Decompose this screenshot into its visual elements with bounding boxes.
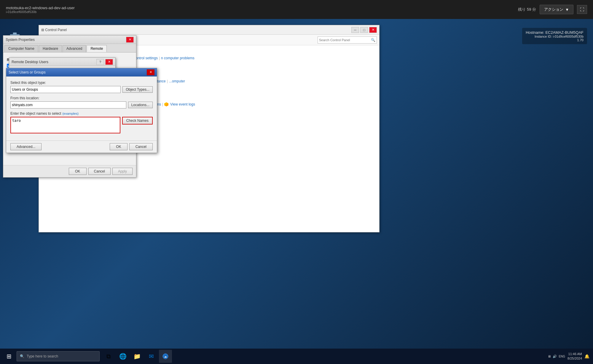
tab-remote[interactable]: Remote bbox=[87, 45, 107, 52]
taskbar: ⊞ 🔍 Type here to search ⧉ 🌐 📁 ✉ ☁ 🖥 🔊 EN… bbox=[0, 349, 593, 364]
top-bar: mototsuka-ec2-windows-ad-dev-ad-user i-0… bbox=[0, 0, 593, 19]
sud-footer: Advanced... OK Cancel bbox=[6, 141, 157, 153]
sp-title: System Properties bbox=[6, 38, 35, 42]
eventlog-shield-icon bbox=[164, 102, 168, 106]
instance-name: mototsuka-ec2-windows-ad-dev-ad-user bbox=[6, 6, 75, 10]
object-names-input-wrapper: taro bbox=[10, 117, 120, 133]
sud-cancel-button[interactable]: Cancel bbox=[129, 143, 153, 150]
clock-time: 11:46 AM bbox=[568, 352, 582, 356]
instance-id: i-01d9cef6005df530b bbox=[6, 10, 75, 14]
version-label: 1.70 bbox=[526, 38, 584, 42]
sp-apply-button[interactable]: Apply bbox=[112, 168, 133, 175]
minimize-button[interactable]: ─ bbox=[351, 27, 359, 33]
object-names-textarea[interactable]: taro bbox=[12, 118, 119, 131]
sp-tabs: Computer Name Hardware Advanced Remote bbox=[3, 44, 136, 52]
location-label: From this location: bbox=[10, 96, 153, 100]
desktop: Hostname: EC2AMAZ-BUM5QAF Instance ID: i… bbox=[0, 19, 593, 349]
svg-text:☁: ☁ bbox=[164, 355, 167, 358]
sud-titlebar: Select Users or Groups ✕ bbox=[6, 68, 157, 76]
taskbar-cloud-app[interactable]: ☁ bbox=[159, 350, 172, 363]
time-remaining: 残り 59 分 bbox=[518, 7, 536, 12]
location-row: Locations... bbox=[10, 101, 153, 108]
action-button[interactable]: アクション ▼ bbox=[540, 5, 573, 14]
location-input[interactable] bbox=[10, 101, 126, 108]
sp-titlebar: System Properties ✕ bbox=[3, 36, 136, 44]
sp-cancel-button[interactable]: Cancel bbox=[88, 168, 111, 175]
sud-title: Select Users or Groups bbox=[9, 70, 46, 74]
object-type-row: Object Types... bbox=[10, 86, 153, 93]
rdu-close-button[interactable]: ✕ bbox=[105, 59, 113, 65]
taskbar-mail[interactable]: ✉ bbox=[145, 350, 158, 363]
hostname-label: Hostname: EC2AMAZ-BUM5QAF bbox=[526, 30, 584, 35]
search-icon: 🔍 bbox=[20, 354, 24, 358]
search-bar[interactable]: 🔍 Type here to search bbox=[17, 351, 100, 361]
top-bar-left: mototsuka-ec2-windows-ad-dev-ad-user i-0… bbox=[6, 6, 75, 14]
sud-close-button[interactable]: ✕ bbox=[147, 69, 154, 75]
locations-button[interactable]: Locations... bbox=[128, 102, 153, 108]
sp-footer: OK Cancel Apply bbox=[3, 165, 136, 177]
taskbar-task-view[interactable]: ⧉ bbox=[102, 350, 115, 363]
object-types-button[interactable]: Object Types... bbox=[122, 86, 153, 93]
rdu-help-button[interactable]: ? bbox=[96, 59, 104, 65]
sys-tray-icons: 🖥 🔊 ENG bbox=[548, 355, 565, 358]
start-button[interactable]: ⊞ bbox=[1, 349, 17, 364]
fullscreen-button[interactable]: ⛶ bbox=[577, 5, 587, 14]
object-type-label: Select this object type: bbox=[10, 81, 153, 85]
select-users-dialog: Select Users or Groups ✕ Select this obj… bbox=[6, 68, 157, 153]
search-placeholder: Type here to search bbox=[27, 354, 58, 358]
advanced-button[interactable]: Advanced... bbox=[10, 143, 42, 150]
notification-icon[interactable]: 🔔 bbox=[584, 354, 589, 359]
restore-button[interactable]: □ bbox=[360, 27, 368, 33]
sp-close-button[interactable]: ✕ bbox=[126, 37, 134, 43]
language-icon: ENG bbox=[559, 355, 565, 358]
cp-titlebar: ⊞ Control Panel ─ □ ✕ bbox=[39, 25, 379, 35]
computer-problems-link[interactable]: n computer problems bbox=[161, 56, 195, 60]
tab-hardware[interactable]: Hardware bbox=[39, 45, 62, 52]
object-type-input[interactable] bbox=[10, 86, 121, 93]
clock-date: 8/25/2024 bbox=[568, 356, 582, 361]
computer-link[interactable]: ...omputer bbox=[169, 79, 185, 83]
cloud-icon: ☁ bbox=[162, 353, 169, 360]
close-button[interactable]: ✕ bbox=[369, 27, 377, 33]
cp-search-input[interactable] bbox=[318, 37, 370, 43]
clock[interactable]: 11:46 AM 8/25/2024 bbox=[568, 352, 582, 361]
volume-icon: 🔊 bbox=[553, 355, 557, 358]
search-icon: 🔍 bbox=[370, 38, 377, 42]
names-label: Enter the object names to select bbox=[10, 111, 61, 116]
cp-title: ⊞ Control Panel bbox=[41, 28, 67, 32]
sud-ok-button[interactable]: OK bbox=[110, 143, 127, 150]
rdu-title: Remote Desktop Users bbox=[12, 60, 48, 64]
tab-computer-name[interactable]: Computer Name bbox=[4, 45, 38, 52]
chevron-down-icon: ▼ bbox=[565, 7, 569, 12]
check-names-button[interactable]: Check Names bbox=[122, 117, 153, 124]
object-names-row: taro Check Names bbox=[10, 117, 153, 133]
hostname-info: Hostname: EC2AMAZ-BUM5QAF Instance ID: i… bbox=[522, 28, 587, 44]
rdu-titlebar: Remote Desktop Users ? ✕ bbox=[9, 58, 115, 66]
taskbar-right: 🖥 🔊 ENG 11:46 AM 8/25/2024 🔔 bbox=[548, 352, 592, 361]
action-label: アクション bbox=[544, 7, 563, 12]
top-bar-right: 残り 59 分 アクション ▼ ⛶ bbox=[518, 5, 587, 14]
cp-search: 🔍 bbox=[318, 36, 377, 44]
examples-link[interactable]: (examples) bbox=[62, 112, 78, 115]
taskbar-apps: ⧉ 🌐 📁 ✉ ☁ bbox=[102, 350, 172, 363]
taskbar-edge[interactable]: 🌐 bbox=[116, 350, 129, 363]
view-event-logs-link[interactable]: View event logs bbox=[170, 102, 195, 106]
cp-window-controls: ─ □ ✕ bbox=[351, 27, 377, 33]
instance-id-label: Instance ID: i-01d9cef6005df530b bbox=[526, 35, 584, 38]
svg-rect-2 bbox=[13, 33, 17, 34]
tab-advanced[interactable]: Advanced bbox=[63, 45, 86, 52]
sp-ok-button[interactable]: OK bbox=[69, 168, 87, 175]
taskbar-file-explorer[interactable]: 📁 bbox=[130, 350, 144, 363]
network-icon: 🖥 bbox=[548, 355, 551, 358]
sud-content: Select this object type: Object Types...… bbox=[6, 76, 157, 141]
